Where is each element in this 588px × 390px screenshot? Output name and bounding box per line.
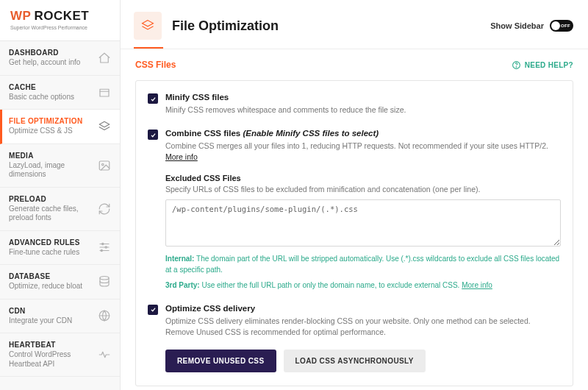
sidebar-item-database[interactable]: DATABASE Optimize, reduce bloat bbox=[0, 265, 120, 299]
sidebar-item-title: HEARTBEAT bbox=[9, 341, 93, 349]
svg-point-3 bbox=[101, 163, 104, 166]
layers-icon bbox=[140, 18, 155, 33]
optimize-css-buttons: REMOVE UNUSED CSS LOAD CSS ASYNCHRONOUSL… bbox=[165, 350, 561, 372]
excluded-note-internal: Internal: The domain part of the URL wil… bbox=[165, 253, 561, 275]
minify-css-checkbox[interactable] bbox=[148, 93, 158, 104]
sidebar-item-sub: Control WordPress Heartbeat API bbox=[9, 350, 93, 369]
svg-marker-1 bbox=[99, 121, 110, 127]
check-icon bbox=[150, 96, 157, 102]
combine-css-desc: Combine CSS merges all your files into 1… bbox=[165, 141, 561, 163]
load-css-async-button[interactable]: LOAD CSS ASYNCHRONOUSLY bbox=[284, 350, 426, 372]
optimize-css-title: Optimize CSS delivery bbox=[165, 304, 561, 313]
sidebar-item-preload[interactable]: PRELOAD Generate cache files, preload fo… bbox=[0, 188, 120, 231]
sidebar-item-cdn[interactable]: CDN Integrate your CDN bbox=[0, 299, 120, 334]
svg-marker-12 bbox=[143, 21, 154, 26]
logo-tagline: Superior WordPress Performance bbox=[10, 25, 110, 30]
globe-icon bbox=[98, 309, 111, 322]
image-icon bbox=[98, 159, 111, 172]
section-title: CSS Files bbox=[135, 60, 176, 70]
heartbeat-icon bbox=[98, 348, 111, 361]
optimize-css-option: Optimize CSS delivery Optimize CSS deliv… bbox=[148, 304, 561, 338]
sidebar-item-sub: Generate cache files, preload fonts bbox=[9, 205, 93, 223]
sidebar-item-title: CDN bbox=[9, 307, 72, 315]
layers-icon bbox=[98, 120, 111, 133]
css-files-panel: Minify CSS files Minify CSS removes whit… bbox=[135, 80, 573, 386]
help-icon bbox=[512, 60, 521, 70]
sidebar-nav: DASHBOARD Get help, account info CACHE B… bbox=[0, 41, 120, 377]
sidebar-item-title: CACHE bbox=[9, 83, 74, 91]
box-icon bbox=[98, 85, 111, 99]
svg-point-10 bbox=[100, 276, 109, 280]
sidebar-item-sub: Basic cache options bbox=[9, 93, 74, 102]
minify-css-desc: Minify CSS removes whitespace and commen… bbox=[165, 104, 561, 116]
combine-css-hint: (Enable Minify CSS files to select) bbox=[243, 129, 379, 138]
sidebar-item-sub: LazyLoad, image dimensions bbox=[9, 161, 93, 180]
refresh-icon bbox=[98, 202, 111, 216]
svg-rect-0 bbox=[100, 90, 109, 97]
sidebar-item-heartbeat[interactable]: HEARTBEAT Control WordPress Heartbeat AP… bbox=[0, 333, 120, 377]
page-icon-badge bbox=[134, 12, 162, 40]
need-help-link[interactable]: NEED HELP? bbox=[512, 60, 573, 70]
sidebar-item-cache[interactable]: CACHE Basic cache options bbox=[0, 76, 120, 110]
main: File Optimization Show Sidebar OFF CSS F… bbox=[121, 0, 588, 390]
home-icon bbox=[98, 52, 111, 65]
excluded-css-textarea[interactable] bbox=[165, 199, 561, 247]
sidebar-item-advanced-rules[interactable]: ADVANCED RULES Fine-tune cache rules bbox=[0, 231, 120, 266]
sidebar-item-title: ADVANCED RULES bbox=[9, 238, 80, 247]
excluded-note-thirdparty: 3rd Party: Use either the full URL path … bbox=[165, 280, 561, 291]
remove-unused-css-button[interactable]: REMOVE UNUSED CSS bbox=[165, 350, 276, 372]
combine-css-option: Combine CSS files (Enable Minify CSS fil… bbox=[148, 129, 561, 290]
sidebar-item-sub: Get help, account info bbox=[9, 58, 80, 68]
svg-point-14 bbox=[516, 66, 517, 67]
check-icon bbox=[150, 306, 157, 313]
sidebar-item-sub: Optimize CSS & JS bbox=[9, 127, 82, 136]
sidebar-item-media[interactable]: MEDIA LazyLoad, image dimensions bbox=[0, 144, 120, 188]
need-help-label: NEED HELP? bbox=[525, 61, 573, 69]
svg-rect-2 bbox=[99, 161, 110, 170]
minify-css-title: Minify CSS files bbox=[165, 93, 561, 102]
sidebar-item-sub: Optimize, reduce bloat bbox=[9, 282, 82, 291]
brand-logo: WP ROCKET Superior WordPress Performance bbox=[0, 0, 120, 41]
check-icon bbox=[150, 132, 157, 138]
combine-more-info-link[interactable]: More info bbox=[165, 152, 198, 161]
sidebar-item-title: DATABASE bbox=[9, 272, 82, 280]
optimize-css-checkbox[interactable] bbox=[148, 305, 158, 315]
optimize-css-desc: Optimize CSS delivery eliminates render-… bbox=[165, 316, 561, 338]
sidebar-item-sub: Fine-tune cache rules bbox=[9, 248, 80, 258]
sidebar-item-dashboard[interactable]: DASHBOARD Get help, account info bbox=[0, 41, 120, 76]
sidebar-item-title: DASHBOARD bbox=[9, 49, 80, 57]
sidebar-item-file-optimization[interactable]: FILE OPTIMIZATION Optimize CSS & JS bbox=[0, 110, 120, 144]
combine-css-checkbox[interactable] bbox=[148, 130, 158, 140]
database-icon bbox=[98, 275, 111, 288]
minify-css-option: Minify CSS files Minify CSS removes whit… bbox=[148, 93, 561, 116]
sidebar-item-title: MEDIA bbox=[9, 152, 93, 160]
content-scroll: CSS Files NEED HELP? Minify CSS files Mi… bbox=[121, 49, 588, 390]
main-header: File Optimization Show Sidebar OFF bbox=[121, 0, 588, 40]
logo-wp: WP bbox=[10, 9, 31, 24]
excluded-css-desc: Specify URLs of CSS files to be excluded… bbox=[165, 185, 561, 194]
logo-rocket: ROCKET bbox=[34, 9, 89, 24]
sidebar-item-title: PRELOAD bbox=[9, 195, 93, 203]
page-title: File Optimization bbox=[172, 18, 279, 34]
show-sidebar-label: Show Sidebar bbox=[490, 21, 544, 30]
excluded-css-block: Excluded CSS Files Specify URLs of CSS f… bbox=[165, 174, 561, 291]
combine-css-title: Combine CSS files (Enable Minify CSS fil… bbox=[165, 129, 561, 138]
thirdparty-more-info-link[interactable]: More info bbox=[462, 281, 492, 289]
show-sidebar-toggle[interactable]: OFF bbox=[550, 20, 573, 32]
sidebar: WP ROCKET Superior WordPress Performance… bbox=[0, 0, 121, 390]
excluded-css-title: Excluded CSS Files bbox=[165, 174, 561, 182]
sidebar-item-sub: Integrate your CDN bbox=[9, 316, 72, 326]
sliders-icon bbox=[98, 241, 111, 254]
sidebar-item-title: FILE OPTIMIZATION bbox=[9, 117, 82, 125]
toggle-state-label: OFF bbox=[561, 24, 570, 28]
